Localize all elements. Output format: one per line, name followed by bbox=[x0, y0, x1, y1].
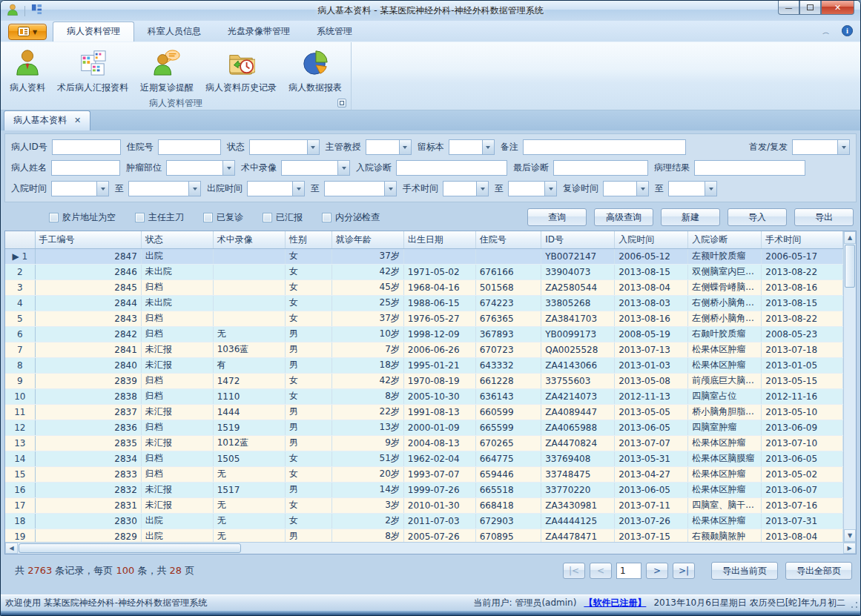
application-menu-button[interactable]: ▼ bbox=[8, 24, 47, 40]
combo-dropdown-icon[interactable] bbox=[222, 160, 235, 176]
column-header-入院诊断[interactable]: 入院诊断 bbox=[688, 231, 762, 248]
column-header-状态[interactable]: 状态 bbox=[141, 231, 213, 248]
vscroll-track[interactable] bbox=[844, 244, 856, 529]
column-header-入院时间[interactable]: 入院时间 bbox=[615, 231, 688, 248]
ribbon-tab-病人资料管理[interactable]: 病人资料管理 bbox=[53, 21, 134, 42]
checkbox-已复诊[interactable]: 已复诊 bbox=[203, 211, 243, 224]
button-新建[interactable]: 新建 bbox=[661, 208, 720, 226]
combo-value[interactable] bbox=[247, 181, 292, 196]
scroll-left-icon[interactable]: ◀ bbox=[5, 543, 18, 554]
filter-input-病理结果[interactable] bbox=[694, 160, 805, 176]
combo-dropdown-icon[interactable] bbox=[307, 139, 320, 155]
combo-value[interactable] bbox=[324, 181, 384, 196]
filter-combo-首发/复发[interactable] bbox=[792, 139, 850, 155]
table-row[interactable]: 102838归档1110女8岁2005-10-30636143ZA4214073… bbox=[5, 388, 843, 404]
filter-input-备注[interactable] bbox=[523, 139, 686, 155]
combo-dropdown-icon[interactable] bbox=[837, 139, 850, 155]
combo-dropdown-icon[interactable] bbox=[384, 181, 397, 196]
combo-value[interactable] bbox=[128, 181, 188, 196]
combo-value[interactable] bbox=[603, 181, 636, 196]
combo-dropdown-icon[interactable] bbox=[544, 181, 557, 196]
filter-combo-复诊时间[interactable] bbox=[603, 181, 649, 196]
filter-combo-术中录像[interactable] bbox=[281, 160, 350, 176]
ribbon-button-近期复诊提醒[interactable]: 近期复诊提醒 bbox=[134, 45, 199, 97]
table-row[interactable]: 182830出院无女2岁2011-07-03672903ZA4444125201… bbox=[5, 513, 843, 529]
combo-value[interactable] bbox=[366, 139, 399, 155]
table-row[interactable]: 22846未出院女42岁1971-05-02676166339040732013… bbox=[5, 264, 843, 279]
button-导出[interactable]: 导出 bbox=[794, 208, 854, 226]
checkbox-内分泌检查[interactable]: 内分泌检查 bbox=[322, 211, 380, 224]
dialog-launcher-icon[interactable] bbox=[337, 99, 346, 107]
table-row[interactable]: 52843归档女37岁1976-05-27676365ZA38417032013… bbox=[5, 311, 843, 326]
filter-input-住院号[interactable] bbox=[158, 139, 221, 155]
filter-input-入院诊断[interactable] bbox=[396, 160, 507, 176]
column-header-性别[interactable]: 性别 bbox=[285, 231, 331, 248]
filter-input-病人姓名[interactable] bbox=[51, 160, 120, 176]
combo-value[interactable] bbox=[51, 181, 96, 196]
combo-value[interactable] bbox=[166, 160, 222, 176]
checkbox-主任主刀[interactable]: 主任主刀 bbox=[135, 211, 184, 224]
table-row[interactable]: ▶ 12847出院女37岁YB00721472006-05-12左额叶胶质瘤20… bbox=[5, 248, 843, 264]
next-page-button[interactable]: > bbox=[646, 563, 668, 579]
column-header-住院号[interactable]: 住院号 bbox=[475, 231, 541, 248]
filter-combo-至[interactable] bbox=[668, 181, 717, 196]
combo-dropdown-icon[interactable] bbox=[705, 181, 717, 196]
minimize-button[interactable]: — bbox=[778, 1, 799, 15]
table-row[interactable]: 112837未汇报1444男22岁1991-08-13660599ZA40894… bbox=[5, 404, 843, 420]
combo-value[interactable] bbox=[449, 139, 482, 155]
combo-dropdown-icon[interactable] bbox=[482, 139, 495, 155]
collapse-ribbon-icon[interactable]: ︿ bbox=[822, 28, 830, 36]
table-row[interactable]: 172831未汇报无女3岁2010-01-30668418ZA343098120… bbox=[5, 497, 843, 513]
ribbon-tab-系统管理[interactable]: 系统管理 bbox=[303, 22, 366, 42]
first-page-button[interactable]: |< bbox=[563, 563, 585, 579]
combo-value[interactable] bbox=[281, 160, 337, 176]
table-row[interactable]: 82840未汇报有男18岁1995-01-21643332ZA414306620… bbox=[5, 357, 843, 373]
combo-dropdown-icon[interactable] bbox=[96, 181, 109, 196]
filter-combo-至[interactable] bbox=[128, 181, 201, 196]
combo-value[interactable] bbox=[792, 139, 837, 155]
table-row[interactable]: 142834归档1505女51岁1962-02-0466477533769408… bbox=[5, 451, 843, 466]
ribbon-button-术后病人汇报资料[interactable]: 术后病人汇报资料 bbox=[51, 45, 134, 97]
column-header-出生日期[interactable]: 出生日期 bbox=[403, 231, 475, 248]
filter-combo-至[interactable] bbox=[508, 181, 557, 196]
column-header-术中录像[interactable]: 术中录像 bbox=[213, 231, 285, 248]
document-tab-patient-basic-info[interactable]: 病人基本资料 ✕ bbox=[4, 110, 90, 130]
table-row[interactable]: 62842归档无男10岁1998-12-09367893YB0099173200… bbox=[5, 326, 843, 342]
ribbon-button-病人资料[interactable]: 病人资料 bbox=[4, 45, 51, 97]
close-tab-icon[interactable]: ✕ bbox=[74, 116, 81, 125]
table-row[interactable]: 72841未汇报1036蓝男7岁2006-06-26670723QA002552… bbox=[5, 342, 843, 357]
checkbox-已汇报[interactable]: 已汇报 bbox=[263, 211, 303, 224]
info-icon[interactable]: i bbox=[842, 25, 853, 39]
export-all-pages-button[interactable]: 导出全部页 bbox=[785, 562, 852, 580]
filter-combo-留标本[interactable] bbox=[449, 139, 495, 155]
table-row[interactable]: 152833归档无女20岁1993-07-0765944633748475201… bbox=[5, 466, 843, 482]
column-header-手工编号[interactable]: 手工编号 bbox=[35, 231, 141, 248]
filter-combo-至[interactable] bbox=[324, 181, 397, 196]
button-导入[interactable]: 导入 bbox=[728, 208, 787, 226]
table-row[interactable]: 42844未出院女25岁1988-06-15674223338052682013… bbox=[5, 295, 843, 311]
column-header-就诊年龄[interactable]: 就诊年龄 bbox=[331, 231, 403, 248]
ribbon-button-病人数据报表[interactable]: 病人数据报表 bbox=[283, 45, 348, 97]
combo-value[interactable] bbox=[668, 181, 705, 196]
vscroll-thumb[interactable] bbox=[845, 245, 855, 288]
column-header-ID号[interactable]: ID号 bbox=[541, 231, 615, 248]
scroll-right-icon[interactable]: ▶ bbox=[843, 543, 856, 554]
table-row[interactable]: 32845归档女45岁1968-04-16501568ZA25805442013… bbox=[5, 279, 843, 295]
hscroll-thumb[interactable] bbox=[19, 543, 241, 553]
filter-input-最后诊断[interactable] bbox=[553, 160, 648, 176]
checkbox-胶片地址为空[interactable]: 胶片地址为空 bbox=[49, 211, 116, 224]
resize-grip[interactable] bbox=[851, 601, 858, 609]
export-current-page-button[interactable]: 导出当前页 bbox=[711, 562, 778, 580]
combo-dropdown-icon[interactable] bbox=[292, 181, 305, 196]
scroll-down-icon[interactable]: ▼ bbox=[844, 529, 856, 542]
combo-dropdown-icon[interactable] bbox=[399, 139, 412, 155]
filter-combo-主管教授[interactable] bbox=[366, 139, 412, 155]
hscroll-track[interactable] bbox=[18, 543, 843, 554]
filter-combo-状态[interactable] bbox=[249, 139, 320, 155]
filter-combo-出院时间[interactable] bbox=[247, 181, 305, 196]
horizontal-scrollbar[interactable]: ◀ ▶ bbox=[5, 542, 856, 554]
filter-combo-入院时间[interactable] bbox=[51, 181, 109, 196]
combo-dropdown-icon[interactable] bbox=[188, 181, 201, 196]
ribbon-tab-光盘录像带管理[interactable]: 光盘录像带管理 bbox=[214, 22, 303, 42]
ribbon-tab-科室人员信息[interactable]: 科室人员信息 bbox=[134, 22, 214, 42]
